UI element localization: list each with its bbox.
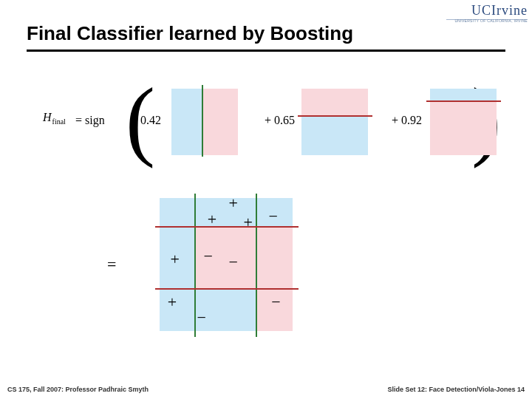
coef-2: + 0.65: [265, 114, 295, 127]
plus-icon: +: [208, 211, 216, 228]
coef-3: + 0.92: [392, 114, 422, 127]
plus-icon: +: [170, 251, 179, 267]
region-positive: [171, 89, 202, 155]
region-negative: [430, 100, 497, 155]
minus-icon: −: [271, 294, 280, 310]
coef-1: 0.42: [140, 114, 161, 127]
h-split-1: [155, 226, 299, 228]
plus-icon: +: [229, 195, 238, 211]
split-line: [202, 85, 203, 157]
v-split-2: [256, 194, 257, 337]
weak-classifier-1: [171, 89, 238, 155]
region-negative: [202, 89, 239, 155]
h-split-2: [155, 288, 299, 290]
uci-logo: UCIrvine UNIVERSITY OF CALIFORNIA, IRVIN…: [446, 3, 528, 23]
logo-main: UCIrvine: [471, 3, 528, 18]
slide: UCIrvine UNIVERSITY OF CALIFORNIA, IRVIN…: [0, 0, 532, 399]
minus-icon: −: [269, 208, 278, 225]
plus-icon: +: [168, 294, 177, 310]
split-line: [426, 100, 501, 102]
final-classifier-box: + + + − + − − + − − +: [160, 198, 293, 331]
footer-right: Slide Set 12: Face Detection/Viola-Jones…: [388, 386, 525, 393]
v-split-1: [194, 194, 196, 337]
region-positive: [430, 89, 497, 100]
equals-result: =: [107, 255, 116, 274]
title-area: Final Classifier learned by Boosting: [27, 22, 505, 52]
logo-text: UCIrvine: [471, 3, 528, 18]
weak-classifier-2: [301, 89, 368, 155]
footer: CS 175, Fall 2007: Professor Padhraic Sm…: [0, 386, 532, 393]
h-symbol: H: [43, 111, 52, 123]
equation-row: Hfinal = sign ( 0.42 + 0.65 + 0.92 ): [37, 80, 510, 168]
minus-icon: −: [203, 248, 212, 265]
sign-eq: = sign: [75, 114, 105, 127]
region-positive: [301, 115, 368, 155]
region-negative: [301, 89, 368, 115]
slide-title: Final Classifier learned by Boosting: [27, 22, 505, 45]
plus-icon: +: [243, 214, 252, 231]
footer-left: CS 175, Fall 2007: Professor Padhraic Sm…: [7, 386, 149, 393]
h-subscript: final: [52, 117, 66, 126]
title-rule: [27, 50, 505, 52]
h-final-symbol: Hfinal: [43, 111, 66, 126]
minus-icon: −: [229, 254, 238, 270]
weak-classifier-3: [430, 89, 497, 155]
split-line: [298, 115, 372, 117]
minus-icon: −: [197, 310, 205, 326]
